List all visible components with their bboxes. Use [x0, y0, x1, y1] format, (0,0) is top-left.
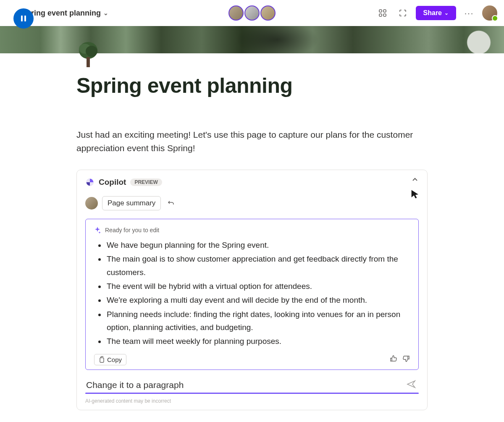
thumbs-down-icon: [402, 355, 410, 362]
ready-text: Ready for you to edit: [105, 227, 159, 233]
presence-avatar[interactable]: [260, 5, 276, 21]
capture-icon: [399, 9, 407, 17]
capture-button[interactable]: [396, 6, 410, 20]
pause-icon: [19, 14, 28, 23]
apps-button[interactable]: [375, 6, 390, 20]
svg-rect-1: [24, 16, 26, 21]
page-intro-text[interactable]: Just had an exciting meeting! Let's use …: [76, 128, 428, 155]
summary-list[interactable]: We have begun planning for the Spring ev…: [94, 239, 410, 348]
chevron-down-icon: ⌄: [103, 10, 108, 16]
response-footer: Copy: [94, 354, 410, 365]
more-button[interactable]: ···: [462, 6, 476, 20]
summary-item[interactable]: The event will be hybrid with a virtual …: [106, 280, 410, 293]
svg-rect-2: [379, 10, 382, 12]
send-icon: [406, 379, 416, 389]
topbar: ring event planning ⌄ Share ⌄ ···: [0, 0, 504, 26]
share-label: Share: [423, 9, 442, 17]
chevron-up-icon: [411, 176, 419, 183]
svg-rect-3: [383, 10, 386, 12]
copilot-response: Ready for you to edit We have begun plan…: [85, 219, 419, 370]
svg-point-8: [86, 46, 97, 57]
pause-button[interactable]: [13, 8, 34, 29]
topbar-right: Share ⌄ ···: [375, 5, 497, 21]
breadcrumb-title: ring event planning: [31, 9, 101, 18]
copy-label: Copy: [107, 356, 122, 363]
ready-row: Ready for you to edit: [94, 227, 410, 233]
input-underline: [85, 393, 419, 394]
undo-button[interactable]: [165, 197, 177, 209]
user-prompt-avatar: [85, 197, 98, 210]
feedback-buttons: [390, 355, 410, 364]
copilot-title: Copilot: [99, 178, 126, 187]
prompt-chip[interactable]: Page summary: [102, 196, 161, 210]
svg-rect-5: [383, 14, 386, 16]
prompt-row: Page summary: [85, 196, 419, 210]
page-emoji-icon[interactable]: [76, 40, 100, 70]
share-button[interactable]: Share ⌄: [416, 6, 456, 20]
copy-icon: [99, 356, 105, 363]
undo-icon: [167, 199, 175, 207]
summary-item[interactable]: We're exploring a multi day event and wi…: [106, 294, 410, 307]
copilot-input[interactable]: [85, 377, 419, 393]
svg-rect-0: [21, 16, 23, 21]
ai-disclaimer: AI-generated content may be incorrect: [85, 398, 419, 404]
sparkle-icon: [94, 227, 101, 233]
svg-rect-9: [87, 57, 90, 67]
preview-badge: PREVIEW: [130, 178, 162, 186]
thumbs-up-icon: [390, 355, 397, 362]
thumbs-up-button[interactable]: [390, 355, 397, 364]
summary-item[interactable]: The main goal is to show customer apprec…: [106, 252, 410, 279]
summary-item[interactable]: Planning needs include: finding the righ…: [106, 308, 410, 334]
svg-rect-11: [100, 358, 104, 362]
copy-button[interactable]: Copy: [94, 354, 126, 365]
page-content: Spring event planning Just had an exciti…: [0, 53, 504, 410]
summary-item[interactable]: We have begun planning for the Spring ev…: [106, 239, 410, 252]
presence-avatar[interactable]: [244, 5, 260, 21]
apps-icon: [378, 9, 387, 17]
collapse-button[interactable]: [411, 176, 419, 185]
presence-avatars: [228, 5, 276, 21]
copilot-input-row: [85, 377, 419, 394]
page-title[interactable]: Spring event planning: [76, 73, 428, 98]
copilot-header: Copilot PREVIEW: [85, 178, 419, 187]
copilot-logo-icon: [85, 178, 94, 187]
ellipsis-icon: ···: [465, 8, 474, 18]
copilot-card: Copilot PREVIEW Page summary Ready for y…: [76, 170, 428, 410]
breadcrumb[interactable]: ring event planning ⌄: [31, 9, 108, 18]
presence-avatar[interactable]: [228, 5, 244, 21]
thumbs-down-button[interactable]: [402, 355, 410, 364]
summary-item[interactable]: The team will meet weekly for planning p…: [106, 335, 410, 348]
send-button[interactable]: [406, 379, 416, 391]
user-avatar[interactable]: [482, 5, 497, 21]
svg-rect-4: [379, 14, 382, 16]
chevron-down-icon: ⌄: [444, 10, 449, 16]
cover-image: [0, 26, 504, 53]
cursor-icon: [410, 189, 421, 202]
